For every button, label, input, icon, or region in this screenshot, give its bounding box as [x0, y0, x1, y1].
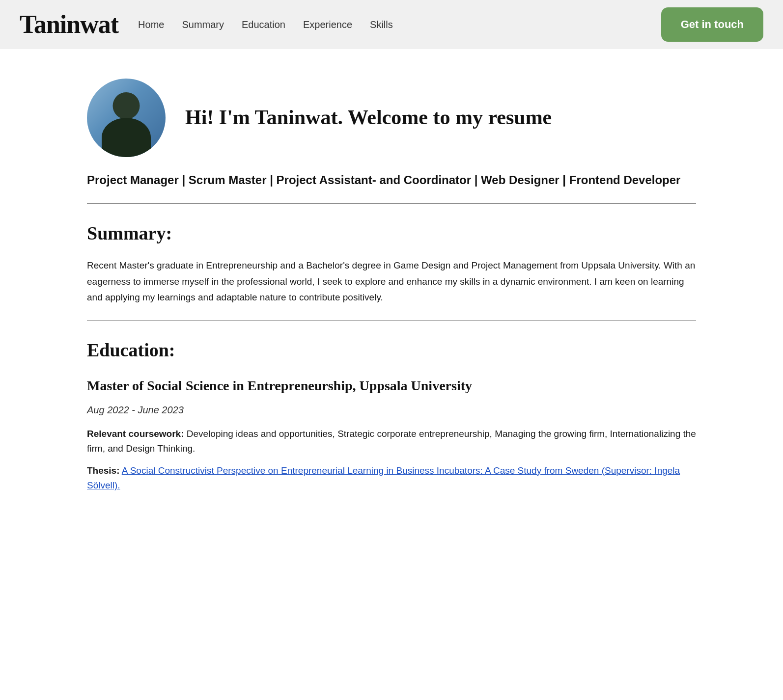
divider-1 — [87, 203, 696, 204]
education-section: Education: Master of Social Science in E… — [87, 335, 696, 493]
hero-section: Hi! I'm Taninwat. Welcome to my resume — [87, 79, 696, 157]
edu-coursework-1: Relevant coursework: Developing ideas an… — [87, 427, 696, 457]
summary-text: Recent Master's graduate in Entrepreneur… — [87, 258, 696, 305]
nav-link-skills[interactable]: Skills — [370, 17, 393, 32]
summary-heading: Summary: — [87, 218, 696, 248]
site-logo[interactable]: Taninwat — [20, 4, 118, 45]
hero-greeting: Hi! I'm Taninwat. Welcome to my resume — [185, 101, 552, 134]
nav-link-summary[interactable]: Summary — [182, 17, 224, 32]
education-entry-1: Master of Social Science in Entrepreneur… — [87, 375, 696, 493]
education-heading: Education: — [87, 335, 696, 365]
summary-section: Summary: Recent Master's graduate in Ent… — [87, 218, 696, 306]
edu-dates-1: Aug 2022 - June 2023 — [87, 402, 696, 418]
main-content: Hi! I'm Taninwat. Welcome to my resume P… — [48, 49, 735, 522]
divider-2 — [87, 320, 696, 321]
thesis-label: Thesis: — [87, 465, 120, 476]
coursework-label: Relevant coursework: — [87, 429, 184, 439]
edu-thesis-1: Thesis: A Social Constructivist Perspect… — [87, 463, 696, 493]
navbar: Taninwat Home Summary Education Experien… — [0, 0, 783, 49]
thesis-link[interactable]: A Social Constructivist Perspective on E… — [87, 465, 680, 490]
nav-link-experience[interactable]: Experience — [303, 17, 352, 32]
tagline: Project Manager | Scrum Master | Project… — [87, 172, 696, 188]
get-in-touch-button[interactable]: Get in touch — [661, 7, 763, 42]
nav-link-home[interactable]: Home — [138, 17, 164, 32]
nav-links: Home Summary Education Experience Skills — [138, 17, 661, 32]
avatar — [87, 79, 166, 157]
edu-degree-1: Master of Social Science in Entrepreneur… — [87, 375, 696, 397]
nav-link-education[interactable]: Education — [242, 17, 285, 32]
